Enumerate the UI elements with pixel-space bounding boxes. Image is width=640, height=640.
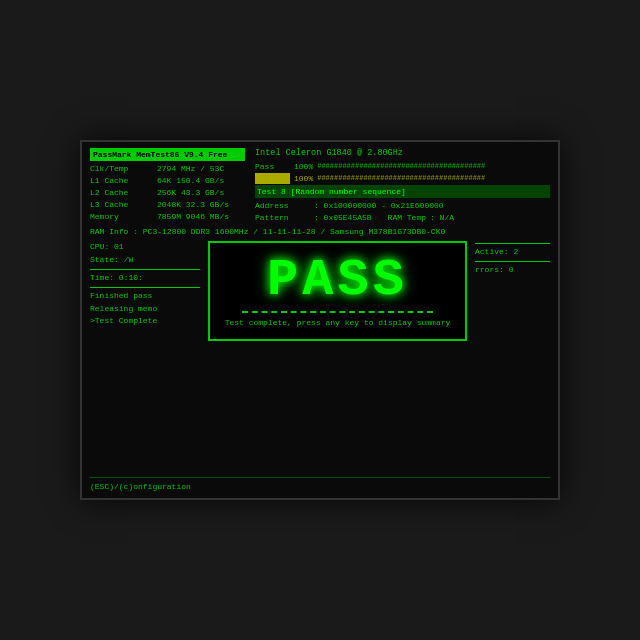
l1-cache-value: 64K 150.4 GB/s [157,175,224,187]
bottom-menu: (ESC)/(c)onfiguration [90,482,191,491]
pass-result-text: PASS [267,255,408,307]
test-name-row: Test 8 [Random number sequence] [255,185,550,198]
memory-value: 7859M 9046 MB/s [157,211,229,223]
errors-value: 0 [509,265,514,274]
pass-result-box: PASS Test complete, press any key to dis… [208,241,467,341]
active-value: 2 [513,247,518,256]
screen: PassMark MemTest86 V9.4 Free Clk/Temp 27… [82,142,558,498]
test-pct: 100% [294,173,313,184]
pass-message: Test complete, press any key to display … [225,317,451,328]
pattern-label: Pattern [255,212,310,224]
divider-1 [90,269,200,270]
cpu-info: Intel Celeron G1840 @ 2.80GHz [255,148,550,160]
memory-label: Memory [90,211,155,223]
l1-cache-label: L1 Cache [90,175,155,187]
l1-cache-row: L1 Cache 64K 150.4 GB/s [90,175,245,187]
ram-temp-value: : N/A [430,212,454,224]
middle-section: CPU: 01 State: /W Time: 0:10: Finished p… [90,241,550,341]
pattern-value: : 0x05E45A5B [314,212,372,224]
test-name: Test 8 [Random number sequence] [257,187,406,196]
right-column: Intel Celeron G1840 @ 2.80GHz Pass 100% … [255,148,550,224]
pattern-ram-row: Pattern : 0x05E45A5B RAM Temp : N/A [255,212,550,224]
ram-info-label: RAM Info [90,227,128,236]
errors-label: rrors: [475,265,504,274]
title-bar: PassMark MemTest86 V9.4 Free [90,148,245,161]
cpu-value: 01 [114,242,124,251]
state-value: /W [124,255,134,264]
ram-temp-label: RAM Temp [388,212,426,224]
bottom-bar: (ESC)/(c)onfiguration [90,477,550,492]
photo-frame: PassMark MemTest86 V9.4 Free Clk/Temp 27… [80,140,560,500]
right-status: Active: 2 rrors: 0 [475,241,550,341]
state-row: State: /W [90,254,200,267]
address-value: : 0x100000000 - 0x21E600000 [314,200,444,212]
l3-cache-label: L3 Cache [90,199,155,211]
test-label-highlight: Test [255,173,290,184]
divider-right-2 [475,261,550,262]
clk-temp-value: 2794 MHz / 53C [157,163,224,175]
divider-right-1 [475,243,550,244]
pass-pct: 100% [294,161,313,172]
address-label: Address [255,200,310,212]
l2-cache-row: L2 Cache 256K 43.3 GB/s [90,187,245,199]
errors-row: rrors: 0 [475,264,550,277]
time-value: 0:10: [119,273,143,282]
finished-pass: Finished pass [90,290,200,303]
state-label: State: [90,255,119,264]
active-label: Active: [475,247,509,256]
pass-progress-bar: ######################################## [317,162,485,172]
test-progress-bar: ######################################## [317,174,485,184]
ram-info-row: RAM Info : PC3-12800 DDR3 1600MHz / 11-1… [90,226,550,238]
pass-underline [242,311,433,313]
left-status: CPU: 01 State: /W Time: 0:10: Finished p… [90,241,200,341]
pass-label: Pass [255,161,290,172]
time-label: Time: [90,273,114,282]
pass-row: Pass 100% ##############################… [255,161,550,172]
active-row: Active: 2 [475,246,550,259]
time-row: Time: 0:10: [90,272,200,285]
memory-row: Memory 7859M 9046 MB/s [90,211,245,223]
cpu-num-row: CPU: 01 [90,241,200,254]
cpu-label: CPU: [90,242,109,251]
divider-2 [90,287,200,288]
app-title: PassMark MemTest86 V9.4 Free [93,150,227,159]
releasing-memo: Releasing memo [90,303,200,316]
left-column: PassMark MemTest86 V9.4 Free Clk/Temp 27… [90,148,245,224]
test-complete-label: >Test Complete [90,315,200,328]
address-row: Address : 0x100000000 - 0x21E600000 [255,200,550,212]
top-bar: PassMark MemTest86 V9.4 Free Clk/Temp 27… [90,148,550,224]
l3-cache-row: L3 Cache 2048K 32.3 GB/s [90,199,245,211]
l3-cache-value: 2048K 32.3 GB/s [157,199,229,211]
clk-temp-row: Clk/Temp 2794 MHz / 53C [90,163,245,175]
clk-temp-label: Clk/Temp [90,163,155,175]
test-row: Test 100% ##############################… [255,173,550,184]
l2-cache-value: 256K 43.3 GB/s [157,187,224,199]
l2-cache-label: L2 Cache [90,187,155,199]
ram-info-value: : PC3-12800 DDR3 1600MHz / 11-11-11-28 /… [133,227,445,236]
